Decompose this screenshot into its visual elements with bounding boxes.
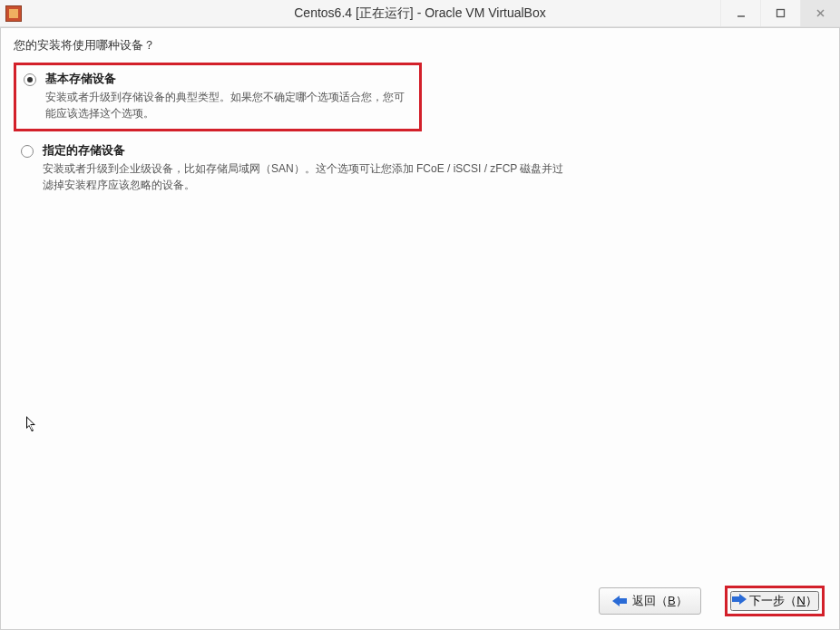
option-basic-storage-desc: 安装或者升级到存储设备的典型类型。如果您不确定哪个选项适合您，您可能应该选择这个… — [45, 89, 414, 121]
arrow-left-icon — [612, 596, 627, 606]
svg-marker-5 — [27, 418, 34, 431]
option-specialized-storage[interactable]: 指定的存储设备 安装或者升级到企业级设备，比如存储局域网（SAN）。这个选项可让… — [14, 137, 576, 200]
window-minimize-button[interactable] — [720, 0, 760, 26]
back-button[interactable]: 返回（B） — [599, 587, 701, 615]
option-specialized-storage-text: 指定的存储设备 安装或者升级到企业级设备，比如存储局域网（SAN）。这个选项可让… — [43, 142, 571, 193]
minimize-icon — [736, 8, 747, 19]
option-basic-storage-text: 基本存储设备 安装或者升级到存储设备的典型类型。如果您不确定哪个选项适合您，您可… — [45, 71, 414, 121]
svg-marker-7 — [732, 594, 747, 605]
option-specialized-storage-desc: 安装或者升级到企业级设备，比如存储局域网（SAN）。这个选项可让您添加 FCoE… — [43, 160, 571, 193]
option-basic-storage-title: 基本存储设备 — [45, 71, 414, 87]
option-specialized-storage-title: 指定的存储设备 — [43, 142, 571, 159]
maximize-icon — [776, 8, 786, 18]
close-icon — [816, 8, 825, 18]
window-close-button[interactable] — [800, 0, 840, 26]
next-button-highlight: 下一步（N） — [725, 586, 825, 616]
arrow-right-icon — [732, 594, 747, 605]
radio-specialized-storage[interactable] — [21, 145, 34, 158]
window-title: Centos6.4 [正在运行] - Oracle VM VirtualBox — [0, 5, 840, 22]
next-button-label: 下一步（N） — [749, 594, 817, 607]
radio-basic-storage[interactable] — [24, 73, 36, 86]
back-button-label: 返回（B） — [632, 593, 688, 609]
storage-options-group: 基本存储设备 安装或者升级到存储设备的典型类型。如果您不确定哪个选项适合您，您可… — [14, 63, 826, 200]
option-basic-storage[interactable]: 基本存储设备 安装或者升级到存储设备的典型类型。如果您不确定哪个选项适合您，您可… — [14, 63, 422, 131]
svg-marker-6 — [612, 596, 627, 606]
installer-prompt: 您的安装将使用哪种设备？ — [14, 37, 826, 53]
mouse-cursor-icon — [26, 416, 39, 434]
wizard-footer: 返回（B） 下一步（N） — [14, 580, 826, 620]
window-titlebar: Centos6.4 [正在运行] - Oracle VM VirtualBox — [0, 0, 840, 27]
window-maximize-button[interactable] — [760, 0, 800, 26]
svg-rect-1 — [777, 10, 785, 17]
virtualbox-app-icon — [5, 5, 22, 22]
installer-content: 您的安装将使用哪种设备？ 基本存储设备 安装或者升级到存储设备的典型类型。如果您… — [0, 27, 840, 630]
next-button[interactable]: 下一步（N） — [730, 591, 819, 611]
svg-marker-4 — [26, 416, 35, 431]
window-controls — [720, 0, 840, 26]
